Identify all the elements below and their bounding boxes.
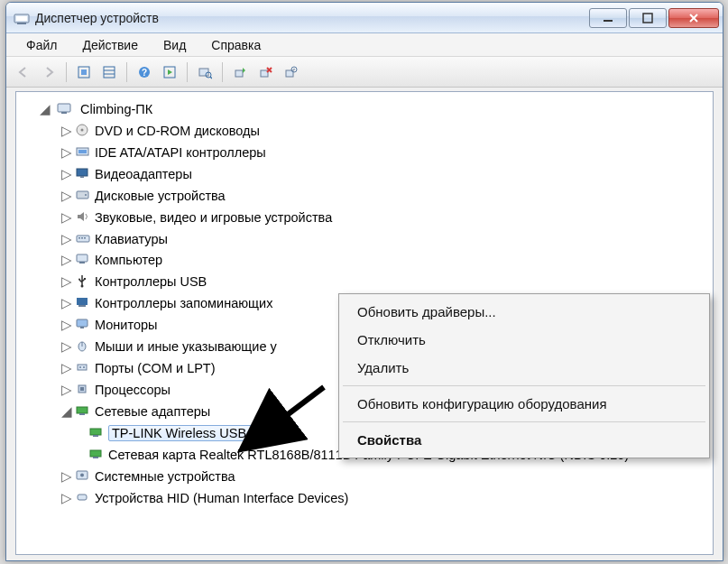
- svg-rect-4: [643, 14, 652, 23]
- hid-icon: [75, 490, 91, 504]
- svg-point-58: [80, 473, 84, 476]
- app-icon: [14, 10, 30, 26]
- svg-rect-27: [77, 169, 88, 176]
- expand-icon[interactable]: ▷: [61, 143, 71, 153]
- expand-icon[interactable]: ▷: [61, 358, 71, 368]
- svg-rect-51: [77, 407, 88, 413]
- cpu-icon: [75, 382, 91, 396]
- context-menu-rescan[interactable]: Обновить конфигурацию оборудования: [341, 390, 707, 418]
- svg-rect-22: [61, 112, 67, 114]
- svg-rect-6: [81, 69, 87, 75]
- expand-icon[interactable]: ▷: [61, 315, 71, 325]
- svg-rect-46: [78, 365, 87, 370]
- close-button[interactable]: [668, 8, 719, 28]
- expand-icon[interactable]: ▷: [61, 272, 71, 282]
- expand-icon[interactable]: ▷: [61, 293, 71, 303]
- audio-icon: [75, 209, 91, 224]
- svg-point-24: [81, 128, 84, 131]
- menu-file[interactable]: Файл: [14, 35, 69, 55]
- maximize-button[interactable]: [629, 8, 667, 28]
- display-adapter-icon: [75, 166, 91, 180]
- toolbar-separator: [222, 62, 223, 82]
- svg-rect-1: [17, 23, 26, 24]
- tree-root[interactable]: ◢ Climbing-ПК: [22, 99, 707, 121]
- details-button[interactable]: [158, 60, 181, 84]
- minimize-button[interactable]: [589, 8, 627, 28]
- help-button[interactable]: ?: [133, 60, 156, 84]
- ports-icon: [75, 360, 91, 374]
- svg-point-48: [83, 366, 85, 368]
- svg-rect-42: [77, 319, 88, 327]
- context-menu-update-driver[interactable]: Обновить драйверы...: [341, 298, 707, 326]
- tree-item[interactable]: ▷Дисковые устройства: [22, 186, 707, 208]
- window-title: Диспетчер устройств: [35, 11, 589, 25]
- uninstall-button[interactable]: [253, 60, 277, 84]
- monitor-icon: [75, 317, 91, 331]
- svg-rect-40: [77, 298, 88, 305]
- menu-action[interactable]: Действие: [69, 35, 151, 55]
- titlebar: Диспетчер устройств: [6, 3, 723, 33]
- svg-rect-39: [84, 278, 86, 280]
- disk-drive-icon: [75, 188, 91, 202]
- expand-icon[interactable]: ▷: [61, 467, 71, 476]
- svg-line-16: [210, 77, 212, 79]
- tree-item[interactable]: ▷Видеоадаптеры: [22, 164, 707, 186]
- tree-item[interactable]: ▷IDE ATA/ATAPI контроллеры: [22, 143, 707, 164]
- collapse-icon[interactable]: ◢: [61, 402, 71, 411]
- expand-icon[interactable]: ▷: [61, 121, 71, 131]
- expand-icon[interactable]: ▷: [61, 337, 71, 347]
- show-hidden-button[interactable]: [72, 60, 96, 84]
- tree-item[interactable]: ▷DVD и CD-ROM дисководы: [22, 121, 707, 143]
- context-menu-uninstall[interactable]: Удалить: [341, 354, 707, 382]
- svg-rect-43: [80, 327, 84, 328]
- menu-view[interactable]: Вид: [151, 35, 198, 55]
- tree-item[interactable]: ▷Системные устройства: [22, 467, 707, 488]
- expand-icon[interactable]: ▷: [61, 186, 71, 196]
- back-button[interactable]: [12, 60, 35, 84]
- tree-item[interactable]: ▷Устройства HID (Human Interface Devices…: [22, 488, 707, 510]
- menu-help[interactable]: Справка: [198, 35, 273, 55]
- context-menu-separator: [343, 385, 705, 386]
- network-adapter-icon: [88, 447, 105, 461]
- usb-icon: [75, 273, 91, 288]
- view-button[interactable]: [97, 60, 121, 84]
- system-device-icon: [75, 468, 91, 483]
- toolbar-separator: [126, 62, 127, 82]
- svg-marker-13: [168, 69, 172, 75]
- computer-icon: [57, 101, 73, 116]
- svg-point-30: [85, 194, 87, 196]
- tree-item[interactable]: ▷Компьютер: [22, 250, 707, 272]
- selected-device-label: TP-LINK Wireless USB Adapter: [108, 425, 299, 441]
- expand-icon[interactable]: ▷: [61, 208, 71, 217]
- tree-item[interactable]: ▷Звуковые, видео и игровые устройства: [22, 208, 707, 229]
- expand-icon[interactable]: ▷: [61, 250, 71, 260]
- update-driver-button[interactable]: [228, 60, 252, 84]
- svg-rect-3: [604, 20, 613, 22]
- expand-icon[interactable]: ▷: [61, 488, 71, 498]
- disable-button[interactable]: [279, 60, 302, 84]
- context-menu-separator: [343, 421, 705, 422]
- toolbar-separator: [66, 62, 67, 82]
- tree-item[interactable]: ▷Клавиатуры: [22, 229, 707, 251]
- svg-point-37: [81, 285, 84, 288]
- scan-hardware-button[interactable]: [193, 60, 217, 84]
- menubar: Файл Действие Вид Справка: [6, 33, 723, 57]
- device-manager-window: Диспетчер устройств Файл Действие Вид Сп…: [5, 2, 723, 561]
- expand-icon[interactable]: ▷: [61, 164, 71, 174]
- svg-rect-55: [90, 450, 101, 457]
- collapse-icon[interactable]: ◢: [40, 99, 50, 109]
- context-menu-disable[interactable]: Отключить: [341, 326, 707, 354]
- expand-icon[interactable]: ▷: [61, 380, 71, 390]
- mouse-icon: [75, 338, 91, 353]
- ata-icon: [75, 144, 91, 159]
- tree-item[interactable]: ▷Контроллеры USB: [22, 272, 707, 293]
- svg-point-47: [79, 366, 81, 368]
- toolbar-separator: [187, 62, 188, 82]
- svg-rect-2: [16, 16, 27, 21]
- svg-rect-26: [78, 150, 87, 153]
- context-menu-properties[interactable]: Свойства: [341, 426, 707, 454]
- svg-rect-34: [84, 237, 86, 239]
- expand-icon[interactable]: ▷: [61, 229, 71, 239]
- svg-text:?: ?: [142, 68, 147, 78]
- forward-button[interactable]: [37, 60, 60, 84]
